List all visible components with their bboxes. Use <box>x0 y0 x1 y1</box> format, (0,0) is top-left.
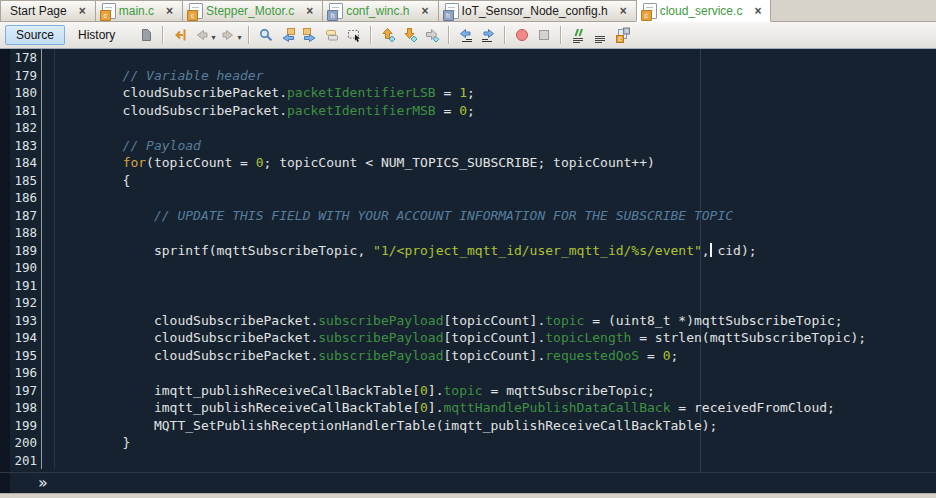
code-line[interactable]: 195 cloudSubscribePacket.subscribePayloa… <box>0 347 936 365</box>
code-line[interactable]: 180 cloudSubscribePacket.packetIdentifie… <box>0 84 936 102</box>
code-line[interactable]: 179 // Variable header <box>0 67 936 85</box>
fold-margin <box>42 67 55 85</box>
code-line[interactable]: 178 <box>0 49 936 67</box>
line-number: 185 <box>0 172 42 190</box>
code-text <box>55 119 60 137</box>
back-dropdown-icon[interactable]: ▾ <box>211 33 215 42</box>
forward-dropdown-icon[interactable]: ▾ <box>237 33 241 42</box>
uncomment-icon[interactable] <box>590 25 610 45</box>
code-line[interactable]: 184 for(topicCount = 0; topicCount < NUM… <box>0 154 936 172</box>
code-text: { <box>55 172 130 190</box>
toolbar-separator <box>560 26 562 44</box>
code-line[interactable]: 200 } <box>0 434 936 452</box>
forward-icon[interactable] <box>218 25 238 45</box>
next-bookmark-icon[interactable] <box>400 25 420 45</box>
code-text: imqtt_publishReceiveCallBackTable[0].top… <box>55 382 655 400</box>
rectangular-selection-icon[interactable] <box>344 25 364 45</box>
find-selection-icon[interactable] <box>256 25 276 45</box>
close-tab-icon[interactable]: × <box>752 6 763 16</box>
stop-macro-recording-icon[interactable] <box>534 25 554 45</box>
code-line[interactable]: 187 // UPDATE THIS FIELD WITH YOUR ACCOU… <box>0 207 936 225</box>
code-line[interactable]: 191 <box>0 277 936 295</box>
code-line[interactable]: 194 cloudSubscribePacket.subscribePayloa… <box>0 329 936 347</box>
find-next-icon[interactable] <box>300 25 320 45</box>
toggle-header-source-icon[interactable]: hc <box>612 25 632 45</box>
fold-margin <box>42 364 55 382</box>
previous-bookmark-icon[interactable] <box>378 25 398 45</box>
fold-margin <box>42 172 55 190</box>
start-macro-recording-icon[interactable] <box>512 25 532 45</box>
line-number: 180 <box>0 84 42 102</box>
line-number: 187 <box>0 207 42 225</box>
back-icon[interactable] <box>192 25 212 45</box>
fold-margin <box>42 119 55 137</box>
code-text: MQTT_SetPublishReceptionHandlerTable(imq… <box>55 417 717 435</box>
breadcrumb-expand-icon[interactable]: » <box>38 475 48 491</box>
history-view-button[interactable]: History <box>67 25 126 45</box>
code-text <box>55 364 60 382</box>
line-number: 183 <box>0 137 42 155</box>
code-editor[interactable]: 178179 // Variable header180 cloudSubscr… <box>0 49 936 472</box>
fold-margin <box>42 137 55 155</box>
close-tab-icon[interactable]: × <box>77 6 88 16</box>
fold-margin <box>42 312 55 330</box>
code-line[interactable]: 201 <box>0 452 936 470</box>
code-line[interactable]: 189 sprintf(mqttSubscribeTopic, "1/<proj… <box>0 242 936 260</box>
line-number: 199 <box>0 417 42 435</box>
code-line[interactable]: 188 <box>0 224 936 242</box>
last-edit-location-icon[interactable] <box>170 25 190 45</box>
line-number: 181 <box>0 102 42 120</box>
tab-label: Stepper_Motor.c <box>203 4 298 18</box>
editor-tab-main-c[interactable]: cmain.c× <box>95 0 183 21</box>
toggle-bookmark-icon[interactable] <box>422 25 442 45</box>
line-number: 182 <box>0 119 42 137</box>
fold-margin <box>42 259 55 277</box>
line-number: 195 <box>0 347 42 365</box>
close-tab-icon[interactable]: × <box>304 6 315 16</box>
line-number: 198 <box>0 399 42 417</box>
code-line[interactable]: 192 <box>0 294 936 312</box>
fold-margin <box>42 49 55 67</box>
tab-label: conf_winc.h <box>343 4 413 18</box>
fold-margin <box>42 329 55 347</box>
code-line[interactable]: 181 cloudSubscribePacket.packetIdentifie… <box>0 102 936 120</box>
code-line[interactable]: 199 MQTT_SetPublishReceptionHandlerTable… <box>0 417 936 435</box>
toggle-highlight-search-icon[interactable] <box>322 25 342 45</box>
format-icon[interactable] <box>136 25 156 45</box>
line-number: 194 <box>0 329 42 347</box>
code-line[interactable]: 197 imqtt_publishReceiveCallBackTable[0]… <box>0 382 936 400</box>
close-tab-icon[interactable]: × <box>420 6 431 16</box>
code-line[interactable]: 193 cloudSubscribePacket.subscribePayloa… <box>0 312 936 330</box>
toolbar-icons: ▾▾hc <box>135 25 633 45</box>
code-line[interactable]: 196 <box>0 364 936 382</box>
code-line[interactable]: 183 // Payload <box>0 137 936 155</box>
line-number: 189 <box>0 242 42 260</box>
fold-margin <box>42 277 55 295</box>
shift-line-left-icon[interactable] <box>456 25 476 45</box>
code-line[interactable]: 198 imqtt_publishReceiveCallBackTable[0]… <box>0 399 936 417</box>
code-text: sprintf(mqttSubscribeTopic, "1/<project_… <box>55 242 757 260</box>
code-line[interactable]: 185 { <box>0 172 936 190</box>
code-line[interactable]: 182 <box>0 119 936 137</box>
code-line[interactable]: 190 <box>0 259 936 277</box>
line-number: 188 <box>0 224 42 242</box>
comment-icon[interactable] <box>568 25 588 45</box>
line-number: 196 <box>0 364 42 382</box>
editor-tab-iot-sensor-node-config-h[interactable]: hIoT_Sensor_Node_config.h× <box>438 0 637 21</box>
editor-tab-conf-winc-h[interactable]: hconf_winc.h× <box>322 0 438 21</box>
close-tab-icon[interactable]: × <box>618 6 629 16</box>
editor-tab-stepper-motor-c[interactable]: cStepper_Motor.c× <box>182 0 323 21</box>
fold-margin <box>42 207 55 225</box>
source-view-button[interactable]: Source <box>5 25 65 45</box>
code-text <box>55 189 60 207</box>
code-line[interactable]: 186 <box>0 189 936 207</box>
shift-line-right-icon[interactable] <box>478 25 498 45</box>
find-previous-icon[interactable] <box>278 25 298 45</box>
editor-tab-start-page[interactable]: Start Page× <box>0 0 96 21</box>
breadcrumb-margin <box>0 473 10 493</box>
toolbar-separator <box>504 26 506 44</box>
file-h-icon: h <box>329 3 343 19</box>
close-tab-icon[interactable]: × <box>164 6 175 16</box>
editor-tab-cloud-service-c[interactable]: ccloud_service.c× <box>636 0 772 22</box>
fold-margin <box>42 189 55 207</box>
